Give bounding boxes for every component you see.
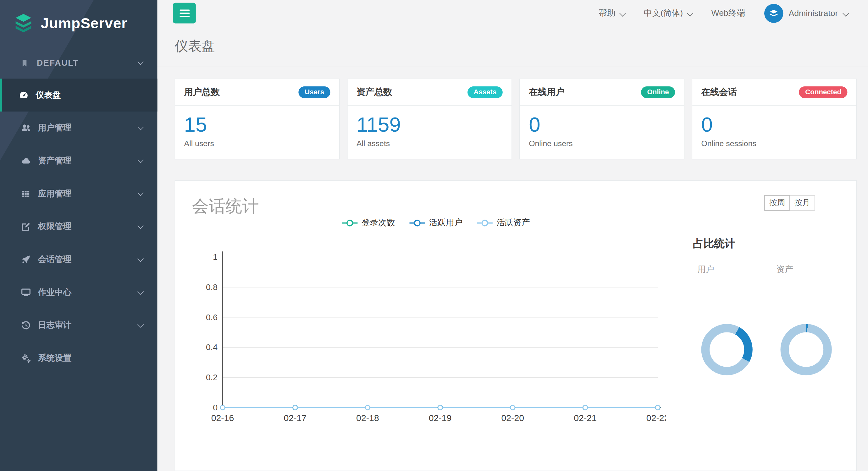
sidebar-item-label: 作业中心	[38, 287, 71, 298]
users-icon	[21, 123, 31, 133]
sidebar-item-label: 资产管理	[38, 156, 71, 166]
svg-text:02-17: 02-17	[284, 413, 307, 423]
topbar-right: 帮助 中文(简体) Web终端	[598, 4, 848, 23]
legend-item-active-users[interactable]: 活跃用户	[409, 217, 462, 228]
avatar	[764, 4, 783, 23]
main-area: 帮助 中文(简体) Web终端	[157, 0, 868, 471]
web-terminal-link[interactable]: Web终端	[711, 8, 745, 19]
sidebar-item-applications[interactable]: 应用管理	[0, 177, 157, 210]
ratio-label-users: 用户	[697, 264, 772, 275]
online-badge: Online	[641, 87, 675, 98]
ratio-col-assets: 资产	[772, 264, 851, 375]
history-icon	[21, 321, 31, 330]
sidebar-item-label: 应用管理	[38, 189, 71, 199]
legend-item-active-assets[interactable]: 活跃资产	[477, 217, 530, 228]
sidebar-item-label: 系统设置	[38, 353, 71, 364]
language-menu[interactable]: 中文(简体)	[644, 8, 692, 19]
legend-line-icon	[477, 222, 481, 224]
legend-label: 活跃用户	[429, 217, 462, 228]
session-stats-panel: 会话统计 登录次数 活跃用户	[175, 180, 857, 471]
sidebar-item-job-center[interactable]: 作业中心	[0, 276, 157, 309]
chevron-down-icon	[137, 124, 144, 130]
jumpserver-logo-icon	[12, 13, 35, 34]
svg-text:02-21: 02-21	[574, 413, 597, 423]
sidebar-item-label: 仪表盘	[36, 90, 61, 101]
stats-row: 用户总数 Users 15 All users 资产总数 Assets 1159	[175, 78, 857, 159]
stat-subtitle: Online sessions	[702, 139, 847, 148]
sidebar-item-dashboard[interactable]: 仪表盘	[0, 78, 157, 111]
connected-badge: Connected	[799, 87, 847, 98]
org-selector[interactable]: DEFAULT	[0, 47, 157, 78]
chevron-down-icon	[137, 223, 144, 229]
stat-card-online-users[interactable]: 在线用户 Online 0 Online users	[519, 78, 684, 159]
stat-card-assets[interactable]: 资产总数 Assets 1159 All assets	[347, 78, 512, 159]
legend-label: 活跃资产	[496, 217, 530, 228]
legend-line-icon	[353, 222, 358, 224]
user-menu[interactable]: Administrator	[764, 4, 848, 23]
assets-badge: Assets	[467, 87, 503, 98]
month-toggle-button[interactable]: 按月	[789, 195, 815, 211]
logo[interactable]: JumpServer	[0, 0, 157, 47]
panel-title: 会话统计	[192, 195, 259, 218]
content: 用户总数 Users 15 All users 资产总数 Assets 1159	[157, 66, 868, 471]
legend-item-logins[interactable]: 登录次数	[342, 217, 395, 228]
legend-circle-icon	[414, 219, 421, 226]
sidebar-item-label: 日志审计	[38, 320, 71, 331]
sidebar-item-sessions[interactable]: 会话管理	[0, 243, 157, 276]
jumpserver-app: JumpServer DEFAULT 仪表盘	[0, 0, 868, 471]
stat-subtitle: Online users	[529, 139, 675, 148]
svg-text:0.8: 0.8	[206, 282, 218, 292]
rocket-icon	[21, 255, 31, 264]
assets-donut-chart	[781, 324, 832, 375]
stat-title: 在线用户	[529, 87, 565, 98]
legend-line-icon	[488, 222, 493, 224]
chart-legend: 登录次数 活跃用户 活跃资产	[342, 217, 530, 228]
username-label: Administrator	[789, 8, 838, 18]
sidebar-item-settings[interactable]: 系统设置	[0, 342, 157, 375]
sidebar-item-assets[interactable]: 资产管理	[0, 144, 157, 177]
legend-line-icon	[409, 222, 414, 224]
sidebar-item-audit[interactable]: 日志审计	[0, 309, 157, 342]
week-toggle-button[interactable]: 按周	[764, 195, 790, 211]
sidebar-menu: 仪表盘 用户管理	[0, 78, 157, 374]
stat-value: 0	[702, 113, 847, 137]
help-menu[interactable]: 帮助	[598, 8, 625, 19]
svg-text:1: 1	[213, 252, 218, 262]
sidebar-item-users[interactable]: 用户管理	[0, 111, 157, 144]
hamburger-icon	[180, 9, 190, 17]
chevron-down-icon	[687, 10, 693, 16]
dashboard-icon	[19, 90, 29, 100]
sidebar-toggle-button[interactable]	[173, 3, 196, 24]
svg-text:02-20: 02-20	[501, 413, 524, 423]
session-line-chart: 00.20.40.60.8102-1602-1702-1802-1902-200…	[197, 243, 666, 425]
svg-text:0.6: 0.6	[206, 313, 218, 322]
sidebar-item-label: 权限管理	[38, 221, 71, 232]
users-badge: Users	[299, 87, 331, 98]
chevron-down-icon	[137, 157, 144, 163]
top-navbar: 帮助 中文(简体) Web终端	[157, 0, 868, 26]
org-label: DEFAULT	[37, 58, 79, 68]
ratio-title: 占比统计	[693, 236, 855, 251]
gears-icon	[21, 354, 31, 363]
svg-text:02-22: 02-22	[646, 413, 666, 423]
web-terminal-label: Web终端	[711, 8, 745, 19]
sidebar-item-label: 用户管理	[38, 123, 71, 133]
users-donut-chart	[702, 324, 753, 375]
svg-text:02-18: 02-18	[356, 413, 379, 423]
chevron-down-icon	[842, 10, 849, 16]
legend-circle-icon	[481, 219, 488, 226]
legend-label: 登录次数	[362, 217, 395, 228]
svg-text:0.2: 0.2	[206, 373, 218, 382]
svg-text:0.4: 0.4	[206, 342, 218, 352]
stat-title: 资产总数	[356, 87, 392, 98]
chevron-down-icon	[137, 321, 144, 327]
svg-text:02-19: 02-19	[429, 413, 452, 423]
page-heading: 仪表盘	[157, 26, 868, 66]
stat-card-users[interactable]: 用户总数 Users 15 All users	[175, 78, 340, 159]
stat-card-online-sessions[interactable]: 在线会话 Connected 0 Online sessions	[692, 78, 857, 159]
ratio-col-users: 用户	[693, 264, 772, 375]
page-title: 仪表盘	[175, 37, 215, 55]
svg-text:02-16: 02-16	[211, 413, 234, 423]
sidebar-item-permissions[interactable]: 权限管理	[0, 210, 157, 243]
chevron-down-icon	[137, 190, 144, 196]
